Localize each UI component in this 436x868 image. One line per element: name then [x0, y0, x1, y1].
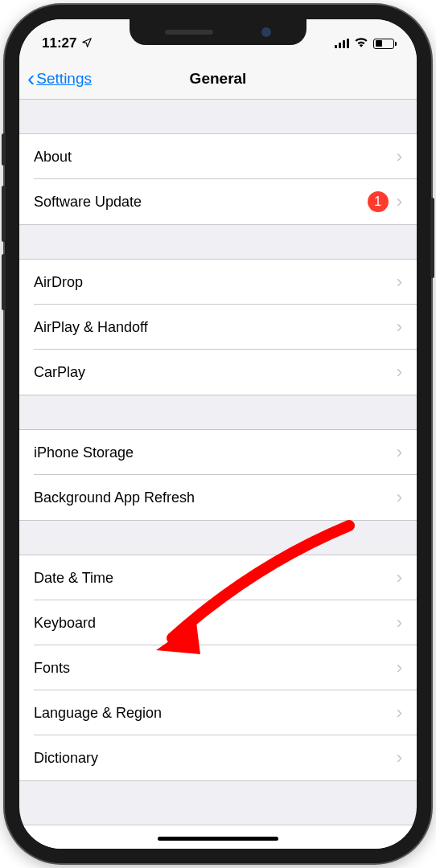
settings-group: iPhone Storage › Background App Refresh … [19, 429, 417, 521]
status-right [335, 36, 394, 51]
row-keyboard[interactable]: Keyboard › [19, 600, 417, 645]
row-label: CarPlay [34, 364, 389, 381]
screen: 11:27 ‹ Settings General [19, 19, 417, 849]
chevron-right-icon: › [397, 567, 402, 588]
group-spacer [19, 395, 417, 429]
row-airplay-handoff[interactable]: AirPlay & Handoff › [19, 305, 417, 350]
page-title: General [190, 70, 247, 88]
volume-up-button [2, 186, 6, 242]
row-fonts[interactable]: Fonts › [19, 645, 417, 690]
settings-group: About › Software Update 1 › [19, 133, 417, 225]
row-dictionary[interactable]: Dictionary › [19, 735, 417, 780]
group-spacer [19, 781, 417, 797]
volume-down-button [2, 254, 6, 310]
notch [130, 19, 306, 45]
back-button[interactable]: ‹ Settings [27, 68, 92, 90]
row-label: Dictionary [34, 750, 389, 767]
home-indicator[interactable] [158, 837, 278, 841]
row-about[interactable]: About › [19, 134, 417, 179]
back-label: Settings [36, 70, 92, 88]
chevron-right-icon: › [397, 442, 402, 463]
nav-bar: ‹ Settings General [19, 58, 417, 100]
status-left: 11:27 [42, 35, 93, 51]
status-time: 11:27 [42, 35, 76, 51]
row-label: Background App Refresh [34, 489, 389, 506]
row-label: AirDrop [34, 274, 389, 291]
chevron-right-icon: › [397, 146, 402, 167]
row-label: Fonts [34, 660, 389, 677]
speaker [165, 30, 213, 35]
side-button [430, 198, 434, 278]
group-spacer [19, 100, 417, 133]
chevron-right-icon: › [397, 612, 402, 633]
cellular-signal-icon [335, 39, 349, 48]
row-label: Keyboard [34, 615, 389, 632]
group-spacer [19, 225, 417, 259]
row-label: AirPlay & Handoff [34, 319, 389, 336]
row-carplay[interactable]: CarPlay › [19, 350, 417, 395]
chevron-right-icon: › [397, 657, 402, 678]
chevron-right-icon: › [397, 702, 402, 723]
mute-switch [2, 133, 6, 166]
row-label: About [34, 149, 389, 166]
device-frame: 11:27 ‹ Settings General [5, 5, 431, 863]
chevron-right-icon: › [397, 747, 402, 768]
row-software-update[interactable]: Software Update 1 › [19, 179, 417, 224]
chevron-right-icon: › [397, 317, 402, 338]
wifi-icon [354, 36, 368, 51]
chevron-right-icon: › [397, 272, 402, 293]
row-airdrop[interactable]: AirDrop › [19, 260, 417, 305]
row-language-region[interactable]: Language & Region › [19, 690, 417, 735]
chevron-right-icon: › [397, 487, 402, 508]
settings-group: AirDrop › AirPlay & Handoff › CarPlay › [19, 259, 417, 395]
chevron-left-icon: ‹ [27, 68, 35, 90]
row-label: Date & Time [34, 570, 389, 587]
chevron-right-icon: › [397, 362, 402, 383]
row-background-app-refresh[interactable]: Background App Refresh › [19, 475, 417, 520]
settings-group: Date & Time › Keyboard › Fonts › Languag… [19, 555, 417, 781]
battery-icon [373, 39, 394, 49]
front-camera [261, 27, 271, 37]
row-label: Language & Region [34, 705, 389, 722]
row-date-time[interactable]: Date & Time › [19, 555, 417, 600]
content-scroll[interactable]: About › Software Update 1 › AirDrop › Ai… [19, 100, 417, 797]
row-label: iPhone Storage [34, 444, 389, 461]
group-spacer [19, 521, 417, 555]
chevron-right-icon: › [397, 191, 402, 212]
notification-badge: 1 [368, 191, 389, 212]
location-arrow-icon [81, 37, 93, 51]
row-iphone-storage[interactable]: iPhone Storage › [19, 430, 417, 475]
row-label: Software Update [34, 194, 368, 211]
